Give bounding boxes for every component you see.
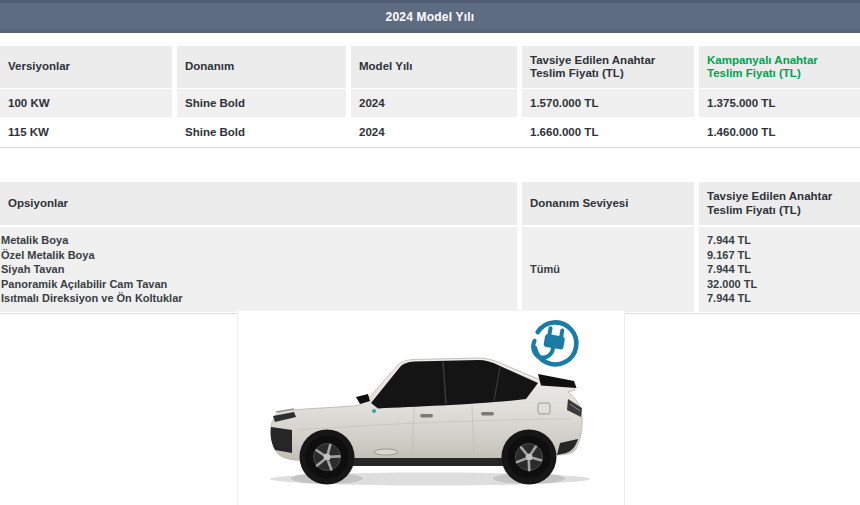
header-donanim: Donanım xyxy=(177,46,346,88)
electric-plug-icon xyxy=(531,319,580,368)
option-item: Metalik Boya xyxy=(1,233,513,248)
e-badge xyxy=(372,409,376,413)
trim-level-cell: Tümü xyxy=(522,227,694,312)
msrp-cell: 1.570.000 TL xyxy=(522,89,694,117)
option-item: Panoramik Açılabilir Cam Tavan xyxy=(1,277,513,292)
header-versiyonlar: Versiyonlar xyxy=(0,46,172,88)
header-donanim-seviyesi: Donanım Seviyesi xyxy=(522,182,694,225)
options-table-header-row: Opsiyonlar Donanım Seviyesi Tavsiye Edil… xyxy=(0,182,860,225)
campaign-price-cell: 1.375.000 TL xyxy=(699,89,860,117)
options-table: Opsiyonlar Donanım Seviyesi Tavsiye Edil… xyxy=(0,182,860,314)
trim-cell: Shine Bold xyxy=(177,118,346,146)
front-wheel xyxy=(300,430,355,485)
page-title: 2024 Model Yılı xyxy=(386,10,475,24)
trim-cell: Shine Bold xyxy=(177,89,346,117)
option-prices-list: 7.944 TL 9.167 TL 7.944 TL 32.000 TL 7.9… xyxy=(699,227,860,312)
option-item: Siyah Tavan xyxy=(1,262,513,277)
options-data-row: Metalik Boya Özel Metalik Boya Siyah Tav… xyxy=(0,227,860,312)
campaign-price-cell: 1.460.000 TL xyxy=(699,118,860,146)
title-bar: 2024 Model Yılı xyxy=(0,0,860,33)
year-cell: 2024 xyxy=(351,89,517,117)
option-price: 7.944 TL xyxy=(707,291,856,306)
option-price: 9.167 TL xyxy=(707,248,856,263)
option-item: Özel Metalik Boya xyxy=(1,248,513,263)
option-item: Isıtmalı Direksiyon ve Ön Koltuklar xyxy=(1,291,513,306)
table-row: 100 KW Shine Bold 2024 1.570.000 TL 1.37… xyxy=(0,89,860,117)
rear-wheel xyxy=(502,430,557,485)
year-cell: 2024 xyxy=(351,118,517,146)
options-list: Metalik Boya Özel Metalik Boya Siyah Tav… xyxy=(0,227,517,312)
car-illustration xyxy=(238,311,624,505)
header-opsiyon-fiyat: Tavsiye Edilen Anahtar Teslim Fiyatı (TL… xyxy=(699,182,860,225)
header-tavsiye-fiyat: Tavsiye Edilen Anahtar Teslim Fiyatı (TL… xyxy=(522,46,694,88)
version-cell: 115 KW xyxy=(0,118,172,146)
table-bottom-border xyxy=(0,147,860,148)
header-opsiyonlar: Opsiyonlar xyxy=(0,182,517,225)
pricing-table-header-row: Versiyonlar Donanım Model Yılı Tavsiye E… xyxy=(0,46,860,88)
table-row: 115 KW Shine Bold 2024 1.660.000 TL 1.46… xyxy=(0,118,860,146)
option-price: 7.944 TL xyxy=(707,262,856,277)
option-price: 7.944 TL xyxy=(707,233,856,248)
option-price: 32.000 TL xyxy=(707,277,856,292)
msrp-cell: 1.660.000 TL xyxy=(522,118,694,146)
version-cell: 100 KW xyxy=(0,89,172,117)
header-kampanyali-fiyat: Kampanyalı Anahtar Teslim Fiyatı (TL) xyxy=(699,46,860,88)
vehicle-image xyxy=(237,310,625,505)
header-model-yili: Model Yılı xyxy=(351,46,517,88)
versions-pricing-table: Versiyonlar Donanım Model Yılı Tavsiye E… xyxy=(0,46,860,148)
pricing-page: 2024 Model Yılı Versiyonlar Donanım Mode… xyxy=(0,0,860,505)
